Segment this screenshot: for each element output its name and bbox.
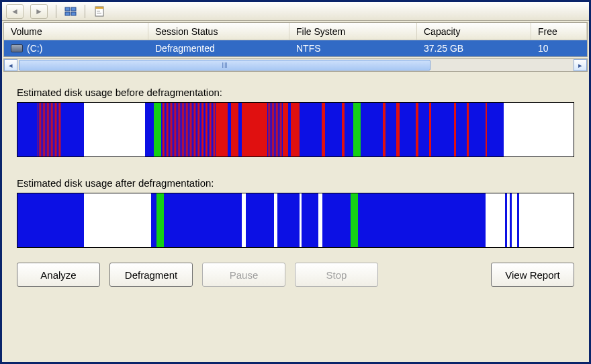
frag-segment-red (216, 103, 228, 156)
frag-segment-blue (17, 193, 84, 247)
view-report-button[interactable]: View Report (491, 263, 574, 287)
column-headers: Volume Session Status File System Capaci… (4, 23, 587, 40)
frag-segment-white (486, 193, 505, 247)
frag-segment-green (353, 103, 361, 156)
frag-segment-blue (151, 193, 156, 247)
frag-segment-purple (161, 103, 217, 156)
defragment-button[interactable]: Defragment (109, 263, 193, 287)
svg-rect-6 (97, 11, 100, 11)
cell-filesystem: NTFS (289, 42, 417, 55)
defrag-window: ◄ ► Volume Session Status File System Ca… (0, 0, 591, 364)
scroll-track[interactable] (17, 59, 574, 71)
toolbar-icon-2[interactable] (93, 5, 105, 17)
volume-name: (C:) (27, 43, 42, 54)
frag-segment-red (242, 103, 267, 156)
frag-segment-blue (164, 193, 242, 247)
cell-status: Defragmented (148, 42, 289, 55)
button-row: Analyze Defragment Pause Stop View Repor… (17, 263, 574, 287)
back-button[interactable]: ◄ (6, 4, 24, 19)
toolbar-divider (85, 5, 85, 18)
frag-segment-blue (469, 103, 486, 156)
forward-button[interactable]: ► (30, 4, 48, 19)
cell-volume: (C:) (4, 42, 148, 55)
pause-button: Pause (202, 263, 285, 287)
frag-segment-purple (37, 103, 62, 156)
volume-list: Volume Session Status File System Capaci… (3, 22, 588, 57)
frag-segment-blue (487, 103, 504, 156)
volume-row[interactable]: (C:) Defragmented NTFS 37.25 GB 10 (4, 40, 587, 56)
frag-segment-blue (246, 193, 273, 247)
scroll-thumb[interactable] (19, 60, 430, 71)
frag-segment-white (318, 193, 323, 247)
frag-segment-white (519, 193, 570, 247)
col-session-status[interactable]: Session Status (148, 23, 289, 40)
horizontal-scrollbar[interactable]: ◂ ▸ (3, 58, 588, 72)
frag-segment-green (156, 193, 164, 247)
frag-segment-red (291, 103, 299, 156)
frag-segment-white (512, 193, 517, 247)
svg-rect-0 (65, 7, 70, 11)
frag-segment-white (84, 193, 150, 247)
analyze-button[interactable]: Analyze (17, 263, 100, 287)
col-file-system[interactable]: File System (289, 23, 417, 40)
cell-free: 10 (531, 42, 587, 55)
drive-icon (11, 44, 23, 52)
stop-button: Stop (295, 263, 378, 287)
content-area: Estimated disk usage before defragmentat… (2, 73, 589, 362)
svg-rect-7 (97, 13, 101, 13)
frag-segment-white (84, 103, 145, 156)
frag-segment-blue (400, 103, 416, 156)
cell-capacity: 37.25 GB (417, 42, 531, 55)
frag-segment-blue (17, 103, 37, 156)
col-capacity[interactable]: Capacity (417, 23, 531, 40)
frag-segment-blue (325, 103, 342, 156)
svg-rect-3 (71, 12, 76, 15)
frag-segment-white (242, 193, 246, 247)
frag-segment-blue (300, 103, 322, 156)
toolbar-divider (56, 5, 56, 18)
frag-segment-blue (322, 193, 350, 247)
frag-segment-green (351, 193, 358, 247)
frag-segment-blue (385, 103, 397, 156)
frag-segment-blue (145, 103, 153, 156)
frag-segment-blue (418, 103, 430, 156)
svg-rect-2 (65, 12, 70, 15)
frag-segment-green (154, 103, 161, 156)
frag-segment-blue (361, 103, 383, 156)
frag-segment-blue (431, 103, 453, 156)
frag-segment-blue (277, 193, 300, 247)
svg-rect-5 (95, 7, 103, 9)
before-label: Estimated disk usage before defragmentat… (17, 87, 574, 98)
toolbar: ◄ ► (2, 2, 589, 21)
scroll-left-button[interactable]: ◂ (4, 59, 17, 71)
scroll-right-button[interactable]: ▸ (574, 59, 587, 71)
frag-segment-white (504, 103, 554, 156)
frag-segment-blue (358, 193, 486, 247)
col-volume[interactable]: Volume (4, 23, 148, 40)
frag-segment-purple (267, 103, 284, 156)
fragmentation-bar-after (17, 193, 574, 248)
fragmentation-bar-before (17, 102, 574, 157)
frag-segment-blue (302, 193, 318, 247)
after-label: Estimated disk usage after defragmentati… (17, 177, 574, 189)
col-free[interactable]: Free (531, 23, 587, 40)
frag-segment-blue (62, 103, 84, 156)
toolbar-icon-1[interactable] (64, 5, 77, 17)
frag-segment-red (231, 103, 239, 156)
svg-rect-1 (71, 7, 76, 11)
frag-segment-blue (456, 103, 467, 156)
frag-segment-red (283, 103, 288, 156)
frag-segment-blue (345, 103, 353, 156)
